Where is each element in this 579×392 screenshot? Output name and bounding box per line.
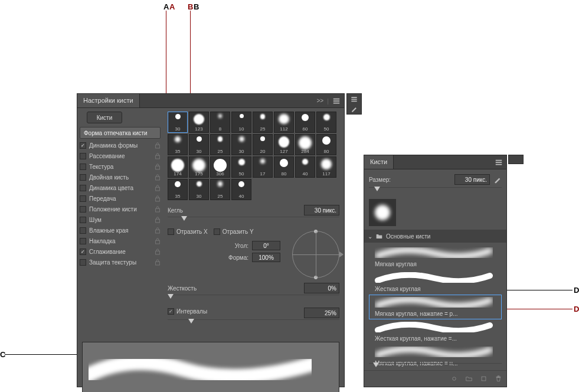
brush-thumb[interactable]: 30 [189, 179, 209, 200]
size-slider[interactable] [369, 187, 502, 195]
lock-icon[interactable] [155, 152, 161, 159]
angle-input[interactable] [252, 241, 280, 250]
flip-x-checkbox[interactable]: Отразить X [168, 228, 208, 235]
brush-thumb[interactable]: 306 [210, 156, 230, 178]
brush-thumb[interactable]: 117 [316, 156, 336, 178]
checkbox-icon[interactable] [80, 259, 86, 266]
spacing-checkbox[interactable]: ✓Интервалы [168, 308, 304, 315]
brushes-button[interactable]: Кисти [87, 112, 122, 123]
lock-icon[interactable] [155, 259, 161, 266]
brush-thumb[interactable]: 175 [189, 156, 209, 178]
brush-preset-item[interactable]: Жесткая круглая, нажатие =... [364, 319, 506, 344]
brush-preset-item[interactable]: Мягкая круглая, нажатие = р... [369, 295, 502, 319]
new-preset-icon[interactable] [480, 375, 487, 382]
new-group-icon[interactable] [466, 375, 472, 382]
checkbox-icon[interactable] [80, 206, 86, 213]
size-slider[interactable] [168, 217, 339, 225]
lock-icon[interactable] [155, 248, 161, 255]
brush-thumb[interactable]: 30 [168, 112, 188, 133]
flip-brush-icon[interactable] [493, 175, 502, 184]
option-row-6[interactable]: Положение кисти [77, 204, 163, 214]
brush-thumb[interactable]: 174 [168, 156, 188, 178]
checkbox-icon[interactable] [80, 153, 86, 159]
angle-control[interactable] [292, 231, 339, 278]
roundness-input[interactable] [252, 253, 280, 262]
collapse-button[interactable]: >> [316, 97, 323, 104]
spacing-slider[interactable] [168, 319, 339, 328]
brush-thumb[interactable]: 127 [274, 134, 294, 155]
option-row-1[interactable]: Рассеивание [77, 151, 163, 161]
size-input[interactable] [454, 174, 490, 185]
option-row-10[interactable]: ✓Сглаживание [77, 246, 163, 257]
lock-icon[interactable] [155, 216, 161, 223]
brush-thumb[interactable]: 20 [253, 134, 273, 155]
lock-icon[interactable] [155, 163, 161, 170]
menu-icon[interactable] [350, 96, 358, 103]
brush-thumb[interactable]: 50 [231, 156, 251, 178]
lock-icon[interactable] [155, 227, 161, 234]
brush-thumb[interactable]: 80 [316, 134, 336, 155]
trash-icon[interactable] [495, 375, 502, 382]
brush-thumb[interactable]: 10 [231, 112, 251, 133]
option-row-9[interactable]: Накладка [77, 236, 163, 246]
checkbox-icon[interactable] [80, 185, 86, 191]
brush-thumb[interactable]: 25 [210, 179, 230, 200]
flip-y-checkbox[interactable]: Отразить Y [214, 228, 254, 235]
brush-thumb[interactable]: 50 [316, 112, 336, 133]
lock-icon[interactable] [155, 174, 161, 181]
tab-brush-settings[interactable]: Настройки кисти [77, 94, 140, 107]
lock-icon[interactable] [155, 205, 161, 213]
option-label: Сглаживание [89, 249, 155, 255]
lock-icon[interactable] [155, 142, 161, 149]
option-row-8[interactable]: Влажные края [77, 225, 163, 236]
checkbox-icon[interactable] [80, 217, 86, 223]
checkbox-icon[interactable] [80, 164, 86, 170]
brush-dock-icon[interactable] [350, 105, 358, 113]
option-row-3[interactable]: Двойная кисть [77, 172, 163, 182]
brush-thumb[interactable]: 112 [274, 112, 294, 133]
option-row-7[interactable]: Шум [77, 214, 163, 225]
tab-brushes[interactable]: Кисти [364, 155, 394, 169]
brush-thumb[interactable]: 30 [189, 134, 209, 155]
brush-thumb[interactable]: 60 [295, 112, 315, 133]
lock-icon[interactable] [155, 184, 161, 191]
brush-thumb[interactable]: 40 [231, 179, 251, 200]
option-row-0[interactable]: ✓Динамика формы [77, 140, 163, 151]
preview-toggle-icon[interactable] [451, 375, 457, 382]
brush-preset-item[interactable]: Жесткая круглая [364, 270, 506, 295]
lock-icon[interactable] [155, 195, 161, 202]
brush-thumb[interactable]: 8 [210, 112, 230, 133]
option-row-11[interactable]: Защита текстуры [77, 257, 163, 267]
option-row-4[interactable]: Динамика цвета [77, 182, 163, 193]
option-row-5[interactable]: Передача [77, 193, 163, 204]
brush-preset-item[interactable]: Мягкая круглая [364, 245, 506, 270]
hardness-input[interactable] [304, 283, 339, 293]
checkbox-icon[interactable] [80, 195, 86, 202]
brush-thumb[interactable]: 25 [253, 112, 273, 133]
brush-thumb[interactable]: 80 [274, 156, 294, 178]
brush-tip-shape-button[interactable]: Форма отпечатка кисти [80, 127, 161, 139]
panel-menu-icon[interactable] [332, 97, 341, 105]
brush-thumb[interactable]: 40 [295, 156, 315, 178]
lock-icon[interactable] [155, 237, 161, 244]
hardness-slider[interactable] [168, 295, 339, 303]
brush-folder-header[interactable]: ⌄ Основные кисти [364, 230, 506, 243]
checkbox-icon[interactable] [80, 174, 86, 181]
checkbox-icon[interactable]: ✓ [80, 249, 86, 255]
option-row-2[interactable]: Текстура [77, 161, 163, 172]
checkbox-icon[interactable] [80, 227, 86, 234]
brush-thumb[interactable]: 35 [168, 134, 188, 155]
checkbox-icon[interactable]: ✓ [80, 142, 86, 149]
panel-menu-icon[interactable] [495, 158, 503, 166]
brush-thumb[interactable]: 284 [295, 134, 315, 155]
brush-thumb[interactable]: 25 [210, 134, 230, 155]
brush-thumb[interactable]: 17 [253, 156, 273, 178]
spacing-input[interactable] [304, 308, 339, 318]
preview-size-slider[interactable] [369, 363, 502, 370]
brush-thumb[interactable]: 35 [168, 179, 188, 200]
checkbox-icon[interactable] [80, 238, 86, 244]
brush-thumb[interactable]: 123 [189, 112, 209, 133]
callout-d-label: D [574, 286, 579, 295]
brush-thumb[interactable]: 30 [231, 134, 251, 155]
size-input[interactable] [304, 205, 339, 215]
